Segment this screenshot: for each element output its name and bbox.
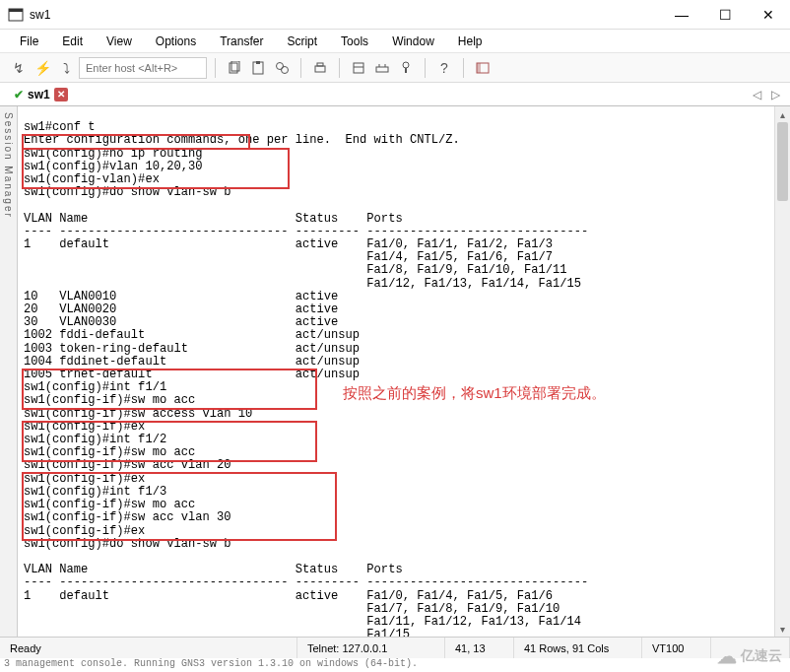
toolbar: ↯ ⚡ ⤵ ?	[0, 53, 790, 83]
term-line: sw1(config)#do show vlan-sw b	[24, 185, 230, 199]
term-line: sw1(config-if)#sw mo acc	[24, 393, 195, 407]
tab-close-icon[interactable]: ✕	[54, 88, 68, 101]
term-line: sw1(config)#vlan 10,20,30	[24, 160, 202, 173]
term-line: VLAN Name Status Ports	[24, 212, 403, 226]
term-line: 10 VLAN0010 active	[24, 290, 366, 303]
term-line: 1002 fddi-default act/unsup	[24, 328, 366, 342]
properties-icon[interactable]	[348, 57, 369, 79]
svg-rect-8	[315, 66, 325, 72]
svg-rect-1	[9, 9, 23, 12]
term-line: sw1(config-if)#sw acc vlan 20	[24, 458, 230, 472]
watermark: ☁ 亿速云	[717, 644, 782, 668]
svg-rect-12	[376, 67, 388, 72]
svg-rect-10	[354, 63, 363, 73]
copy-icon[interactable]	[224, 57, 245, 79]
host-input[interactable]	[79, 57, 207, 79]
find-icon[interactable]	[271, 57, 293, 79]
watermark-text: 亿速云	[741, 647, 782, 665]
term-line: sw1(config-if)#sw mo acc	[24, 445, 195, 459]
tab-sw1[interactable]: ✔ sw1 ✕	[6, 86, 76, 103]
term-line: sw1(config-if)#sw access vlan 10	[24, 407, 252, 421]
term-line: 1004 fddinet-default act/unsup	[24, 355, 366, 369]
separator	[463, 58, 464, 78]
tab-scroll-right-icon[interactable]: ▷	[767, 88, 784, 101]
term-line: sw1(config)#do show vlan-sw b	[24, 537, 230, 551]
term-line: Enter configuration commands, one per li…	[24, 133, 460, 147]
close-button[interactable]: ✕	[747, 0, 790, 30]
term-line: 1 default active Fa1/0, Fa1/1, Fa1/2, Fa…	[24, 237, 553, 251]
separator	[425, 58, 426, 78]
term-line: 1 default active Fa1/0, Fa1/4, Fa1/5, Fa…	[24, 589, 553, 603]
term-line: Fa1/4, Fa1/5, Fa1/6, Fa1/7	[24, 250, 553, 264]
status-ready: Ready	[0, 638, 297, 658]
svg-rect-9	[317, 63, 323, 66]
footer-text: 3 management console. Running GNS3 versi…	[0, 658, 790, 672]
term-line: ---- -------------------------------- --…	[24, 225, 588, 238]
status-size: 41 Rows, 91 Cols	[514, 638, 642, 658]
term-line: Fa1/8, Fa1/9, Fa1/10, Fa1/11	[24, 263, 567, 277]
separator	[339, 58, 340, 78]
terminal-output[interactable]: sw1#conf t Enter configuration commands,…	[18, 106, 790, 637]
status-connection: Telnet: 127.0.0.1	[297, 638, 445, 658]
scroll-down-icon[interactable]: ▾	[775, 621, 790, 637]
separator	[215, 58, 216, 78]
menu-edit[interactable]: Edit	[52, 32, 93, 51]
term-line: sw1(config)#int f1/3	[24, 485, 166, 499]
help-icon[interactable]: ?	[433, 57, 455, 79]
minimize-button[interactable]: —	[660, 0, 703, 30]
maximize-button[interactable]: ☐	[703, 0, 747, 30]
status-bar: Ready Telnet: 127.0.0.1 41, 13 41 Rows, …	[0, 637, 790, 658]
term-line: sw1(config)#int f1/2	[24, 433, 166, 446]
svg-rect-18	[477, 63, 481, 73]
menu-script[interactable]: Script	[277, 32, 327, 51]
term-line: sw1(config-if)#sw mo acc	[24, 498, 195, 511]
settings-icon[interactable]	[371, 57, 393, 79]
term-line: 30 VLAN0030 active	[24, 315, 366, 329]
svg-point-6	[277, 62, 284, 69]
term-line: sw1(config-if)#ex	[24, 420, 145, 434]
term-line: sw1#conf t	[24, 120, 96, 134]
term-line: sw1(config)#int f1/1	[24, 380, 166, 394]
tab-scroll-left-icon[interactable]: ◁	[749, 88, 765, 101]
disconnect-icon[interactable]: ⤵	[55, 57, 77, 79]
term-line: 1005 trnet-default act/unsup	[24, 368, 366, 381]
menu-bar: File Edit View Options Transfer Script T…	[0, 30, 790, 53]
status-cursor: 41, 13	[445, 638, 514, 658]
term-line: sw1(config-if)#sw acc vlan 30	[24, 510, 230, 524]
window-title: sw1	[30, 8, 50, 22]
separator	[300, 58, 301, 78]
toggle-pane-icon[interactable]	[472, 57, 494, 79]
title-bar: sw1 — ☐ ✕	[0, 0, 790, 30]
term-line: Fa1/11, Fa1/12, Fa1/13, Fa1/14	[24, 615, 581, 629]
menu-window[interactable]: Window	[382, 32, 444, 51]
term-line: 1003 token-ring-default act/unsup	[24, 342, 366, 356]
keymap-icon[interactable]	[395, 57, 417, 79]
scroll-up-icon[interactable]: ▴	[775, 106, 790, 122]
menu-transfer[interactable]: Transfer	[210, 32, 273, 51]
reconnect-icon[interactable]: ↯	[8, 57, 30, 79]
menu-view[interactable]: View	[97, 32, 142, 51]
term-line: 20 VLAN0020 active	[24, 302, 366, 316]
term-line: Fa1/12, Fa1/13, Fa1/14, Fa1/15	[24, 277, 581, 291]
vertical-scrollbar[interactable]: ▴ ▾	[774, 106, 790, 637]
term-line: Fa1/15	[24, 628, 410, 637]
print-icon[interactable]	[309, 57, 331, 79]
term-line: Fa1/7, Fa1/8, Fa1/9, Fa1/10	[24, 602, 560, 616]
app-icon	[8, 7, 24, 23]
svg-rect-16	[405, 68, 407, 73]
session-manager-panel[interactable]: Session Manager	[0, 106, 18, 637]
menu-tools[interactable]: Tools	[331, 32, 378, 51]
connected-icon: ✔	[14, 88, 24, 101]
quick-connect-icon[interactable]: ⚡	[32, 57, 53, 79]
menu-file[interactable]: File	[10, 32, 48, 51]
term-line: ---- -------------------------------- --…	[24, 575, 588, 589]
menu-help[interactable]: Help	[448, 32, 493, 51]
menu-options[interactable]: Options	[146, 32, 206, 51]
tab-strip: ✔ sw1 ✕ ◁ ▷	[0, 83, 790, 106]
annotation-text: 按照之前的案例，将sw1环境部署完成。	[343, 384, 606, 403]
scroll-thumb[interactable]	[777, 122, 788, 201]
term-line: sw1(config-if)#ex	[24, 524, 145, 538]
tab-label: sw1	[28, 88, 50, 101]
paste-icon[interactable]	[247, 57, 269, 79]
term-line: sw1(config)#no ip routing	[24, 147, 202, 161]
